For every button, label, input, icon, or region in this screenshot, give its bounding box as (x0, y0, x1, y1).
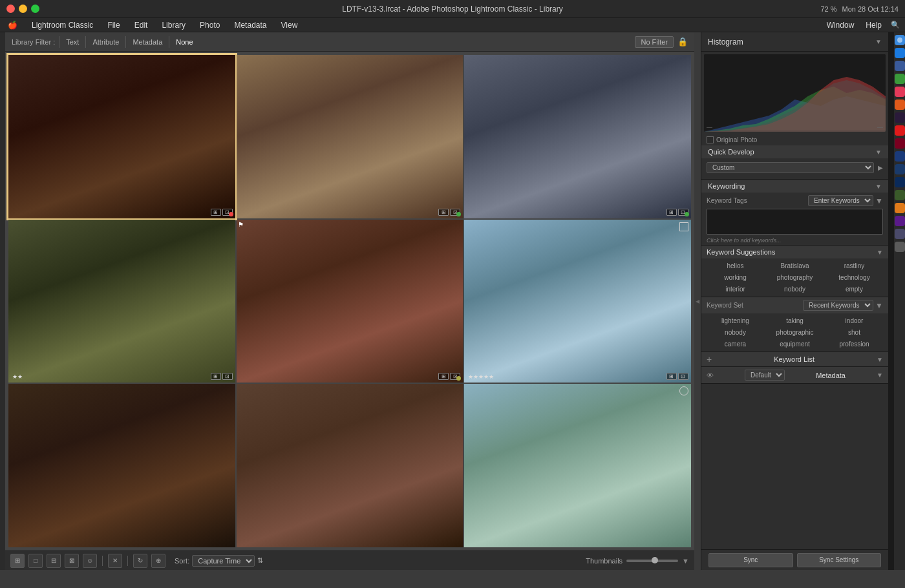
compare-view-button[interactable]: ⊟ (47, 554, 61, 568)
right-scrollbar[interactable] (888, 32, 893, 570)
maximize-button[interactable] (31, 5, 39, 13)
menu-file[interactable]: File (105, 19, 122, 31)
panel-collapse-arrow[interactable]: ◀ (694, 32, 701, 570)
kw-set-arrow[interactable]: ▼ (875, 301, 883, 310)
survey-view-button[interactable]: ⊠ (65, 554, 79, 568)
kw-indoor[interactable]: indoor (825, 316, 883, 326)
suggestions-header[interactable]: Keyword Suggestions ▼ (701, 246, 888, 258)
menu-metadata[interactable]: Metadata (231, 19, 269, 31)
suggestion-interior[interactable]: interior (707, 284, 764, 294)
menu-window[interactable]: Window (824, 19, 857, 31)
histogram-collapse[interactable]: ▼ (875, 38, 882, 45)
menu-library[interactable]: Library (159, 19, 188, 31)
sort-direction-icon[interactable]: ⇅ (257, 556, 263, 565)
suggestion-photography[interactable]: photography (766, 273, 824, 282)
dock-icon-bridge[interactable] (895, 151, 905, 162)
expand-icon[interactable]: ▼ (682, 557, 689, 565)
rotate-button[interactable]: ↻ (133, 554, 147, 568)
dock-icon-aa[interactable] (895, 216, 905, 226)
original-photo-checkbox[interactable] (707, 136, 714, 143)
kw-nobody[interactable]: nobody (707, 328, 764, 337)
dock-icon-ps[interactable] (895, 177, 905, 187)
thumbnail-slider[interactable] (626, 560, 678, 562)
window-title: LDTF-v13-3.lrcat - Adobe Photoshop Light… (342, 5, 562, 14)
keyword-tags-select[interactable]: Enter Keywords (808, 195, 873, 206)
dock-icon-safari[interactable] (895, 48, 905, 58)
dock-icon-music[interactable] (895, 87, 905, 97)
kw-photographic[interactable]: photographic (766, 328, 824, 337)
suggestion-working[interactable]: working (707, 273, 764, 282)
menu-view[interactable]: View (279, 19, 301, 31)
grid-view-button[interactable]: ⊞ (10, 554, 25, 568)
filter-tab-text[interactable]: Text (59, 36, 85, 48)
dock-icon-lrc[interactable] (895, 164, 905, 174)
suggestion-technology[interactable]: technology (825, 273, 883, 282)
photo-cell-2[interactable]: ⊞ ⊡ (237, 55, 463, 218)
photo-cell-8[interactable] (237, 384, 463, 547)
dock-icon-stats[interactable] (895, 190, 905, 200)
keywording-header[interactable]: Keywording ▼ (701, 180, 888, 193)
menu-photo[interactable]: Photo (197, 19, 222, 31)
dock-icon-id[interactable] (895, 100, 905, 110)
photo-cell-4[interactable]: ⊞ ⊡ ★★ (8, 220, 235, 383)
photo-cell-5[interactable]: ⚑ ⊞ ⊡ (237, 220, 463, 383)
menu-edit[interactable]: Edit (132, 19, 151, 31)
photo-cell-9[interactable] (464, 384, 691, 547)
metadata-preset-select[interactable]: Default (745, 370, 785, 381)
minimize-button[interactable] (19, 5, 27, 13)
filter-tab-none[interactable]: None (169, 36, 199, 48)
dock-icon-messages[interactable] (895, 74, 905, 84)
kw-equipment[interactable]: equipment (766, 339, 824, 349)
filter-tab-metadata[interactable]: Metadata (125, 36, 169, 48)
suggestion-helios[interactable]: helios (707, 261, 764, 271)
dock-icon-folder[interactable] (895, 229, 905, 239)
apple-menu[interactable]: 🍎 (5, 19, 20, 31)
photo-cell-6[interactable]: ⊞ ⊡ ★★★★★ (464, 220, 691, 383)
kw-shot[interactable]: shot (825, 328, 883, 337)
photo-cell-1[interactable]: ⊞ ⊡ (8, 55, 235, 218)
search-icon[interactable]: 🔍 (891, 21, 900, 29)
reject-button[interactable]: ✕ (108, 554, 122, 568)
filter-tab-attribute[interactable]: Attribute (85, 36, 125, 48)
sync-settings-button[interactable]: Sync Settings (797, 553, 882, 567)
people-view-button[interactable]: ☺ (83, 554, 97, 568)
kw-lightening[interactable]: lightening (707, 316, 764, 326)
kw-taking[interactable]: taking (766, 316, 824, 326)
preset-select[interactable]: Custom (707, 162, 874, 173)
suggestion-nobody[interactable]: nobody (766, 284, 824, 294)
menu-help[interactable]: Help (863, 19, 884, 31)
loupe-view-button[interactable]: □ (28, 554, 43, 568)
suggestion-rastliny[interactable]: rastliny (825, 261, 883, 271)
keyword-set-select[interactable]: Recent Keywords (803, 300, 873, 311)
sync-button[interactable]: Sync (708, 553, 793, 567)
click-add-keywords[interactable]: Click here to add keywords... (707, 237, 883, 244)
dock-icon-indesign[interactable] (895, 138, 905, 149)
keyword-tags-arrow[interactable]: ▼ (875, 196, 883, 205)
suggestion-bratislava[interactable]: Bratislava (766, 261, 824, 271)
photo-cell-7[interactable] (8, 384, 235, 547)
dock-icon-acrobat[interactable] (895, 125, 905, 136)
lock-icon[interactable]: 🔒 (677, 37, 688, 47)
close-button[interactable] (6, 5, 15, 13)
dock-icon-finder[interactable] (895, 35, 905, 45)
keyword-area[interactable] (707, 209, 883, 235)
dock-icon-mail[interactable] (895, 61, 905, 71)
copy-button[interactable]: ⊕ (151, 554, 165, 568)
suggestion-empty[interactable]: empty (825, 284, 883, 294)
kw-camera[interactable]: camera (707, 339, 764, 349)
keyword-set-header: Keyword Set Recent Keywords ▼ (701, 297, 888, 313)
metadata-arrow[interactable]: ▼ (877, 372, 883, 379)
dock-icon-ai[interactable] (895, 112, 905, 123)
preset-arrow[interactable]: ▶ (878, 164, 883, 171)
dock-icon-settings[interactable] (895, 242, 905, 252)
keyword-list-add[interactable]: + (707, 355, 712, 364)
menu-lightroom[interactable]: Lightroom Classic (29, 19, 96, 31)
quick-develop-header[interactable]: Quick Develop ▼ (701, 145, 888, 158)
no-filter-button[interactable]: No Filter (635, 36, 674, 48)
kw-profession[interactable]: profession (825, 339, 883, 349)
sort-select[interactable]: Capture Time (192, 555, 255, 567)
dock-icon-orange[interactable] (895, 203, 905, 213)
photo-cell-3[interactable]: ⊞ ⊡ (464, 55, 691, 218)
center-area: Library Filter : Text Attribute Metadata… (5, 32, 694, 570)
keyword-list-arrow[interactable]: ▼ (877, 356, 883, 363)
